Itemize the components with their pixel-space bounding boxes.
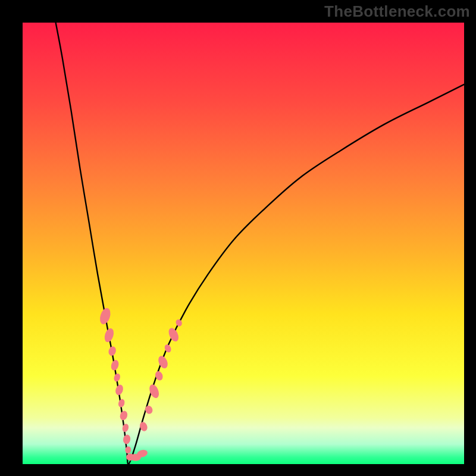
- watermark-text: TheBottleneck.com: [324, 2, 470, 21]
- chart-stage: TheBottleneck.com: [0, 0, 476, 476]
- plot-area: [23, 23, 464, 464]
- gradient-background: [23, 23, 464, 464]
- plot-svg: [23, 23, 464, 464]
